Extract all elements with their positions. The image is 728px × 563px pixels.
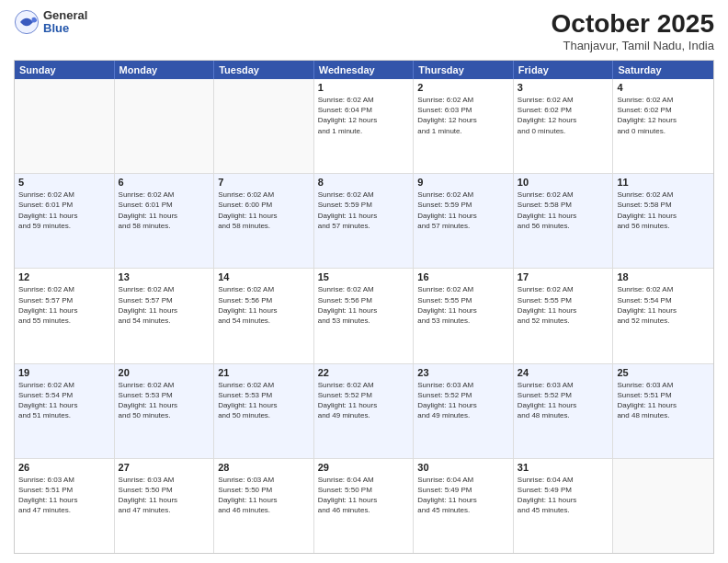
day-number: 30 — [417, 462, 509, 473]
day-cell-15: 15Sunrise: 6:02 AMSunset: 5:56 PMDayligh… — [314, 269, 415, 362]
cell-info: Sunrise: 6:02 AMSunset: 5:57 PMDaylight:… — [18, 284, 110, 326]
day-number: 25 — [617, 367, 710, 378]
cell-info: Sunrise: 6:02 AMSunset: 5:57 PMDaylight:… — [119, 284, 210, 326]
day-cell-27: 27Sunrise: 6:03 AMSunset: 5:50 PMDayligh… — [115, 459, 215, 553]
calendar-row: 19Sunrise: 6:02 AMSunset: 5:54 PMDayligh… — [15, 364, 713, 459]
day-number: 27 — [119, 462, 210, 473]
day-cell-30: 30Sunrise: 6:04 AMSunset: 5:49 PMDayligh… — [414, 459, 514, 553]
calendar-row: 1Sunrise: 6:02 AMSunset: 6:04 PMDaylight… — [15, 79, 713, 174]
day-number: 14 — [218, 271, 310, 282]
day-of-week-wednesday: Wednesday — [314, 61, 415, 79]
empty-cell — [214, 79, 314, 173]
day-number: 19 — [18, 367, 110, 378]
cell-info: Sunrise: 6:04 AMSunset: 5:49 PMDaylight:… — [518, 475, 609, 516]
cell-info: Sunrise: 6:02 AMSunset: 5:52 PMDaylight:… — [318, 380, 410, 421]
day-number: 6 — [119, 177, 210, 188]
day-number: 24 — [518, 367, 609, 378]
day-cell-26: 26Sunrise: 6:03 AMSunset: 5:51 PMDayligh… — [15, 459, 115, 553]
cell-info: Sunrise: 6:04 AMSunset: 5:49 PMDaylight:… — [417, 475, 509, 516]
calendar: SundayMondayTuesdayWednesdayThursdayFrid… — [14, 60, 714, 554]
day-cell-23: 23Sunrise: 6:03 AMSunset: 5:52 PMDayligh… — [414, 364, 514, 458]
day-of-week-tuesday: Tuesday — [214, 61, 314, 79]
calendar-body: 1Sunrise: 6:02 AMSunset: 6:04 PMDaylight… — [15, 79, 713, 553]
day-cell-14: 14Sunrise: 6:02 AMSunset: 5:56 PMDayligh… — [214, 269, 314, 362]
logo-general-text: General — [43, 9, 87, 22]
cell-info: Sunrise: 6:02 AMSunset: 5:53 PMDaylight:… — [218, 380, 310, 421]
page: General Blue October 2025 Thanjavur, Tam… — [0, 0, 728, 563]
day-cell-22: 22Sunrise: 6:02 AMSunset: 5:52 PMDayligh… — [314, 364, 415, 458]
cell-info: Sunrise: 6:02 AMSunset: 6:02 PMDaylight:… — [518, 95, 609, 136]
day-cell-4: 4Sunrise: 6:02 AMSunset: 6:02 PMDaylight… — [613, 79, 713, 173]
cell-info: Sunrise: 6:02 AMSunset: 5:53 PMDaylight:… — [119, 380, 210, 421]
cell-info: Sunrise: 6:02 AMSunset: 6:01 PMDaylight:… — [18, 190, 110, 231]
day-number: 2 — [417, 82, 509, 93]
day-cell-12: 12Sunrise: 6:02 AMSunset: 5:57 PMDayligh… — [15, 269, 115, 362]
day-number: 13 — [119, 271, 210, 282]
day-number: 12 — [18, 271, 110, 282]
day-number: 31 — [518, 462, 609, 473]
day-number: 4 — [617, 82, 710, 93]
day-cell-8: 8Sunrise: 6:02 AMSunset: 5:59 PMDaylight… — [314, 174, 415, 268]
day-cell-18: 18Sunrise: 6:02 AMSunset: 5:54 PMDayligh… — [613, 269, 713, 362]
day-of-week-thursday: Thursday — [414, 61, 514, 79]
day-of-week-sunday: Sunday — [15, 61, 115, 79]
day-of-week-friday: Friday — [514, 61, 614, 79]
day-number: 8 — [318, 177, 410, 188]
cell-info: Sunrise: 6:03 AMSunset: 5:51 PMDaylight:… — [18, 475, 110, 516]
day-cell-1: 1Sunrise: 6:02 AMSunset: 6:04 PMDaylight… — [314, 79, 415, 173]
day-number: 11 — [617, 177, 710, 188]
cell-info: Sunrise: 6:02 AMSunset: 5:59 PMDaylight:… — [318, 190, 410, 231]
day-of-week-saturday: Saturday — [613, 61, 713, 79]
day-cell-2: 2Sunrise: 6:02 AMSunset: 6:03 PMDaylight… — [414, 79, 514, 173]
logo-text: General Blue — [43, 9, 87, 36]
empty-cell — [15, 79, 115, 173]
day-cell-21: 21Sunrise: 6:02 AMSunset: 5:53 PMDayligh… — [214, 364, 314, 458]
day-number: 7 — [218, 177, 310, 188]
day-number: 5 — [18, 177, 110, 188]
day-number: 21 — [218, 367, 310, 378]
cell-info: Sunrise: 6:02 AMSunset: 5:58 PMDaylight:… — [518, 190, 609, 231]
day-number: 1 — [318, 82, 410, 93]
day-cell-17: 17Sunrise: 6:02 AMSunset: 5:55 PMDayligh… — [514, 269, 614, 362]
calendar-row: 5Sunrise: 6:02 AMSunset: 6:01 PMDaylight… — [15, 174, 713, 269]
cell-info: Sunrise: 6:03 AMSunset: 5:50 PMDaylight:… — [119, 475, 210, 516]
day-cell-13: 13Sunrise: 6:02 AMSunset: 5:57 PMDayligh… — [115, 269, 215, 362]
day-cell-24: 24Sunrise: 6:03 AMSunset: 5:52 PMDayligh… — [514, 364, 614, 458]
header: General Blue October 2025 Thanjavur, Tam… — [14, 9, 714, 52]
day-number: 29 — [318, 462, 410, 473]
day-cell-20: 20Sunrise: 6:02 AMSunset: 5:53 PMDayligh… — [115, 364, 215, 458]
cell-info: Sunrise: 6:02 AMSunset: 6:00 PMDaylight:… — [218, 190, 310, 231]
cell-info: Sunrise: 6:03 AMSunset: 5:52 PMDaylight:… — [417, 380, 509, 421]
calendar-row: 26Sunrise: 6:03 AMSunset: 5:51 PMDayligh… — [15, 459, 713, 553]
day-number: 15 — [318, 271, 410, 282]
day-number: 26 — [18, 462, 110, 473]
title-block: October 2025 Thanjavur, Tamil Nadu, Indi… — [552, 9, 714, 52]
logo-icon — [14, 9, 40, 35]
cell-info: Sunrise: 6:02 AMSunset: 5:55 PMDaylight:… — [417, 284, 509, 326]
cell-info: Sunrise: 6:02 AMSunset: 5:58 PMDaylight:… — [617, 190, 710, 231]
day-number: 16 — [417, 271, 509, 282]
cell-info: Sunrise: 6:02 AMSunset: 5:55 PMDaylight:… — [518, 284, 609, 326]
day-cell-9: 9Sunrise: 6:02 AMSunset: 5:59 PMDaylight… — [414, 174, 514, 268]
cell-info: Sunrise: 6:02 AMSunset: 5:54 PMDaylight:… — [617, 284, 710, 326]
main-title: October 2025 — [552, 9, 714, 39]
calendar-header: SundayMondayTuesdayWednesdayThursdayFrid… — [15, 61, 713, 79]
empty-cell — [613, 459, 713, 553]
day-number: 9 — [417, 177, 509, 188]
day-cell-19: 19Sunrise: 6:02 AMSunset: 5:54 PMDayligh… — [15, 364, 115, 458]
day-cell-6: 6Sunrise: 6:02 AMSunset: 6:01 PMDaylight… — [115, 174, 215, 268]
day-number: 3 — [518, 82, 609, 93]
sub-title: Thanjavur, Tamil Nadu, India — [552, 39, 714, 52]
cell-info: Sunrise: 6:03 AMSunset: 5:50 PMDaylight:… — [218, 475, 310, 516]
day-cell-28: 28Sunrise: 6:03 AMSunset: 5:50 PMDayligh… — [214, 459, 314, 553]
logo-blue-text: Blue — [43, 22, 87, 35]
day-cell-29: 29Sunrise: 6:04 AMSunset: 5:50 PMDayligh… — [314, 459, 415, 553]
cell-info: Sunrise: 6:04 AMSunset: 5:50 PMDaylight:… — [318, 475, 410, 516]
day-cell-31: 31Sunrise: 6:04 AMSunset: 5:49 PMDayligh… — [514, 459, 614, 553]
cell-info: Sunrise: 6:02 AMSunset: 6:01 PMDaylight:… — [119, 190, 210, 231]
day-number: 22 — [318, 367, 410, 378]
day-number: 10 — [518, 177, 609, 188]
day-cell-10: 10Sunrise: 6:02 AMSunset: 5:58 PMDayligh… — [514, 174, 614, 268]
day-cell-3: 3Sunrise: 6:02 AMSunset: 6:02 PMDaylight… — [514, 79, 614, 173]
day-cell-7: 7Sunrise: 6:02 AMSunset: 6:00 PMDaylight… — [214, 174, 314, 268]
